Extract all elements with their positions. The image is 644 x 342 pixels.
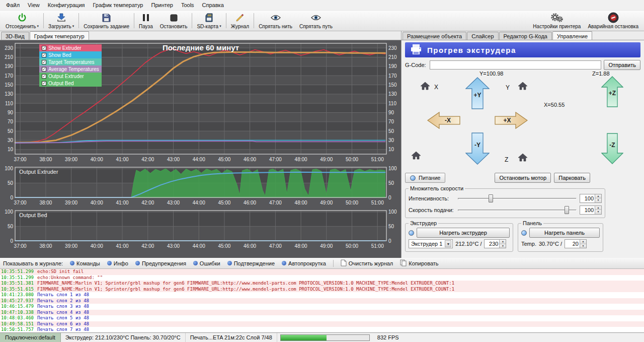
jog-plus-x-button[interactable]: +X	[495, 112, 528, 130]
toolbar-button-l-3[interactable]: Пауза	[135, 11, 156, 30]
stop-motor-button[interactable]: Остановить мотор	[495, 173, 551, 183]
park-button[interactable]: Парковать	[554, 173, 590, 183]
legend-item-4[interactable]: ✓Output Extruder	[39, 73, 102, 80]
feed-spinner[interactable]: 100 ▲▼	[580, 206, 602, 215]
flow-spinner[interactable]: 100 ▲▼	[580, 194, 602, 203]
feed-slider[interactable]	[458, 206, 577, 215]
log-timestamp: 10:48:03.460	[1, 315, 34, 320]
svg-text:37:00: 37:00	[14, 157, 27, 162]
svg-text:70: 70	[388, 119, 394, 124]
spin-down-icon[interactable]: ▼	[580, 244, 586, 248]
feed-row: Скорость подачи: 100 ▲▼	[409, 204, 602, 216]
speed-group-label: Множитель скорости	[409, 185, 465, 191]
toolbar-button-l-2[interactable]: Сохранить задание	[80, 11, 133, 30]
svg-text:43:00: 43:00	[167, 157, 180, 162]
toolbar-button-l-8[interactable]: Спрятать путь	[296, 11, 336, 30]
svg-text:0: 0	[10, 238, 13, 244]
tab-right-3[interactable]: Управление	[552, 31, 592, 40]
legend-item-0[interactable]: ✓Show Extruder	[39, 44, 102, 51]
pause-icon	[142, 13, 149, 23]
legend-checkbox[interactable]: ✓	[42, 46, 46, 50]
svg-text:44:00: 44:00	[193, 200, 205, 206]
legend-item-1[interactable]: ✓Show Bed	[39, 51, 102, 58]
log-filter-5[interactable]: Автопрокрутка	[279, 259, 329, 267]
jog-minus-y-button[interactable]: -Y	[465, 132, 490, 166]
log-message: Печать слоя 1 из 48	[37, 292, 89, 297]
jog-plus-y-button[interactable]: +Y	[465, 77, 490, 110]
menu-item-4[interactable]: Принтер	[147, 1, 177, 9]
menu-item-2[interactable]: Конфигурация	[44, 1, 89, 9]
toolbar-button-l-7[interactable]: Спрятать нить	[255, 11, 296, 30]
menu-item-5[interactable]: Tools	[177, 1, 198, 9]
gcode-input[interactable]	[430, 60, 601, 70]
heat-bed-button[interactable]: Нагреть панель	[529, 228, 600, 238]
spin-up-icon[interactable]: ▲	[580, 240, 586, 244]
toolbar-separator	[134, 13, 134, 28]
extruder-select[interactable]: Экструдер 1 ▼	[409, 239, 453, 248]
spin-up-icon[interactable]: ▲	[500, 240, 506, 244]
tab-left-0[interactable]: 3D-Вид	[1, 32, 29, 40]
spin-up-icon[interactable]: ▲	[595, 194, 601, 199]
log-filter-2[interactable]: Предупреждения	[132, 259, 189, 267]
tab-right-2[interactable]: Редактор G-Кода	[499, 32, 552, 40]
svg-text:50: 50	[8, 180, 14, 186]
svg-text:50: 50	[388, 224, 394, 229]
toolbar: Отсоединить▾Загрузить▾Сохранить заданиеП…	[0, 10, 644, 31]
bed-target-spinner[interactable]: 20 ▲▼	[565, 239, 587, 248]
extruder-group-label: Экструдер	[409, 220, 438, 226]
toolbar-button-r-1[interactable]: Аварийная остановка	[584, 11, 642, 30]
log-area[interactable]: 10:35:51.299echo:SD init fail10:35:51.29…	[0, 269, 644, 332]
flow-slider-thumb[interactable]	[489, 194, 493, 202]
home-all-button[interactable]	[411, 151, 421, 161]
spin-down-icon[interactable]: ▼	[595, 210, 601, 214]
tab-right-0[interactable]: Размещение объекта	[403, 32, 466, 40]
spin-down-icon[interactable]: ▼	[595, 198, 601, 202]
home-z-button[interactable]	[518, 153, 528, 163]
power-led-icon	[410, 175, 416, 181]
toolbar-button-l-6[interactable]: Журнал	[227, 11, 253, 30]
toolbar-button-l-5[interactable]: SD-карта▾	[193, 11, 224, 30]
toolbar-button-l-4[interactable]: Остановить	[156, 11, 191, 30]
toolbar-button-l-1[interactable]: Загрузить▾	[45, 11, 77, 30]
log-filter-0[interactable]: Команды	[67, 259, 103, 267]
power-button[interactable]: Питание	[405, 173, 445, 183]
home-y-button[interactable]	[518, 82, 528, 91]
svg-text:50:00: 50:00	[346, 157, 358, 162]
log-action-1[interactable]: Копировать	[397, 258, 441, 268]
svg-text:230: 230	[5, 45, 13, 51]
svg-text:49:00: 49:00	[320, 157, 333, 162]
chart-legend: ✓Show Extruder✓Show Bed✓Target Temperatu…	[39, 44, 102, 87]
menu-item-0[interactable]: Файл	[2, 1, 24, 9]
legend-item-2[interactable]: ✓Target Temperatures	[39, 58, 102, 65]
menu-item-6[interactable]: Справка	[198, 1, 228, 9]
legend-checkbox[interactable]: ✓	[42, 53, 46, 57]
spin-up-icon[interactable]: ▲	[595, 206, 601, 211]
legend-checkbox[interactable]: ✓	[42, 74, 46, 79]
flow-slider[interactable]	[458, 194, 577, 203]
feed-slider-thumb[interactable]	[565, 206, 569, 214]
send-button[interactable]: Отправить	[604, 60, 640, 70]
jog-plus-z-button[interactable]: +Z	[601, 76, 623, 108]
legend-checkbox[interactable]: ✓	[42, 81, 46, 86]
jog-minus-x-button[interactable]: -X	[427, 112, 460, 130]
menu-item-3[interactable]: График температур	[89, 1, 147, 9]
legend-checkbox[interactable]: ✓	[42, 67, 46, 72]
heat-extruder-button[interactable]: Нагреть экструдер	[417, 228, 510, 238]
tab-left-1[interactable]: График температур	[30, 31, 89, 40]
log-filter-1[interactable]: Инфо	[104, 259, 131, 267]
log-action-0[interactable]: Очистить журнал	[338, 258, 396, 268]
jog-minus-z-button[interactable]: -Z	[601, 133, 623, 165]
menu-item-1[interactable]: View	[24, 1, 44, 9]
svg-text:41:00: 41:00	[116, 157, 128, 162]
spin-down-icon[interactable]: ▼	[500, 244, 506, 248]
log-filter-4[interactable]: Подтверждение	[224, 259, 278, 267]
log-filter-3[interactable]: Ошибки	[190, 259, 223, 267]
tab-right-1[interactable]: Слайсер	[467, 32, 498, 40]
home-x-button[interactable]	[420, 82, 430, 91]
legend-item-5[interactable]: ✓Output Bed	[39, 80, 102, 87]
toolbar-button-r-0[interactable]: Настройки принтера	[529, 11, 584, 30]
legend-item-3[interactable]: ✓Average Temperatures	[39, 65, 102, 73]
legend-checkbox[interactable]: ✓	[42, 60, 46, 64]
toolbar-button-l-0[interactable]: Отсоединить▾	[2, 11, 42, 30]
extruder-target-spinner[interactable]: 230 ▲▼	[484, 239, 506, 248]
